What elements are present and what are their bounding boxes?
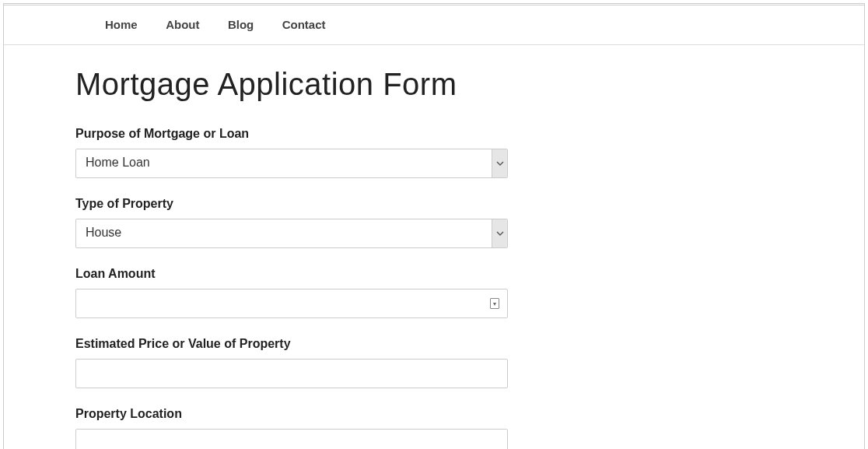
property-location-input[interactable]: [76, 430, 507, 449]
page-title: Mortgage Application Form: [75, 67, 864, 102]
property-location-input-wrap: [75, 429, 508, 449]
property-location-label: Property Location: [75, 407, 864, 421]
chevron-down-icon: [492, 149, 507, 177]
loan-amount-label: Loan Amount: [75, 267, 864, 281]
field-estimated-value: Estimated Price or Value of Property: [75, 337, 864, 388]
nav-blog[interactable]: Blog: [228, 18, 254, 31]
nav-about[interactable]: About: [166, 18, 199, 31]
top-nav: Home About Blog Contact: [4, 5, 864, 45]
loan-amount-input[interactable]: [76, 290, 507, 317]
field-property-type: Type of Property House: [75, 197, 864, 248]
nav-home[interactable]: Home: [105, 18, 138, 31]
field-loan-amount: Loan Amount ▾: [75, 267, 864, 318]
property-type-select-value: House: [76, 219, 492, 247]
estimated-value-input[interactable]: [76, 360, 507, 387]
property-type-label: Type of Property: [75, 197, 864, 211]
field-purpose: Purpose of Mortgage or Loan Home Loan: [75, 127, 864, 178]
estimated-value-input-wrap: [75, 359, 508, 388]
field-property-location: Property Location Address Line 1: [75, 407, 864, 449]
main-content: Mortgage Application Form Purpose of Mor…: [4, 45, 864, 449]
property-type-select[interactable]: House: [75, 219, 508, 248]
purpose-select-value: Home Loan: [76, 149, 492, 177]
estimated-value-label: Estimated Price or Value of Property: [75, 337, 864, 351]
loan-amount-input-wrap: ▾: [75, 289, 508, 318]
purpose-label: Purpose of Mortgage or Loan: [75, 127, 864, 141]
purpose-select[interactable]: Home Loan: [75, 149, 508, 178]
nav-contact[interactable]: Contact: [282, 18, 326, 31]
chevron-down-icon: [492, 219, 507, 247]
page-frame: Home About Blog Contact Mortgage Applica…: [3, 3, 865, 449]
